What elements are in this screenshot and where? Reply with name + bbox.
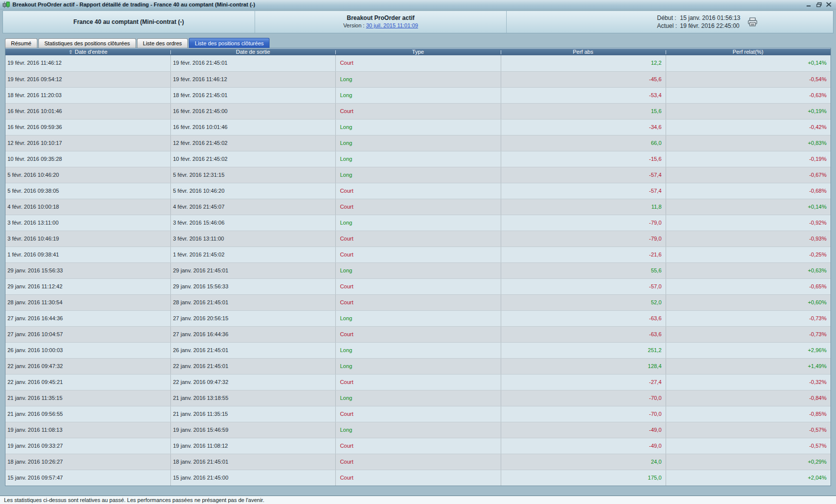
column-label: Date de sortie — [236, 49, 270, 55]
cell-perf-rel: +0,63% — [666, 263, 831, 278]
start-value: 15 janv. 2016 01:56:13 — [680, 14, 740, 22]
column-header-date-de-sortie[interactable]: Date de sortie — [170, 49, 335, 55]
table-row[interactable]: 18 févr. 2016 11:20:0318 févr. 2016 21:4… — [5, 87, 831, 103]
close-icon[interactable] — [826, 2, 832, 7]
table-row[interactable]: 3 févr. 2016 10:46:193 févr. 2016 13:11:… — [5, 231, 831, 247]
table-row[interactable]: 19 févr. 2016 11:46:1219 févr. 2016 21:4… — [5, 55, 831, 71]
cell-exit-date: 22 janv. 2016 09:47:32 — [170, 375, 335, 390]
table-row[interactable]: 22 janv. 2016 09:45:2122 janv. 2016 09:4… — [5, 374, 831, 390]
cell-type: Long — [335, 88, 500, 103]
table-row[interactable]: 16 févr. 2016 10:01:4616 févr. 2016 21:4… — [5, 103, 831, 119]
cell-entry-date: 27 janv. 2016 16:44:36 — [5, 311, 170, 326]
cell-perf-abs: -45,6 — [501, 72, 666, 87]
cell-exit-date: 27 janv. 2016 16:44:36 — [170, 327, 335, 342]
table-row[interactable]: 4 févr. 2016 10:00:184 févr. 2016 21:45:… — [5, 199, 831, 215]
cell-perf-rel: -0,63% — [666, 88, 831, 103]
start-label: Début : — [657, 14, 677, 22]
cell-perf-rel: -0,93% — [666, 231, 831, 247]
cell-exit-date: 3 févr. 2016 13:11:00 — [170, 231, 335, 247]
table-row[interactable]: 5 févr. 2016 10:46:205 févr. 2016 12:31:… — [5, 167, 831, 183]
cell-perf-abs: 52,0 — [501, 295, 666, 310]
column-header-perf-abs[interactable]: Perf abs — [501, 49, 666, 55]
cell-exit-date: 19 févr. 2016 11:46:12 — [170, 72, 335, 87]
cell-exit-date: 1 févr. 2016 21:45:02 — [170, 247, 335, 262]
table-row[interactable]: 29 janv. 2016 11:12:4229 janv. 2016 15:5… — [5, 278, 831, 294]
restore-icon[interactable] — [816, 2, 822, 7]
table-row[interactable]: 19 janv. 2016 09:33:2719 janv. 2016 11:0… — [5, 438, 831, 454]
cell-type: Long — [335, 120, 500, 135]
cell-exit-date: 5 févr. 2016 10:46:20 — [170, 183, 335, 199]
version-label: Version : — [343, 22, 365, 28]
table-row[interactable]: 3 févr. 2016 13:11:003 févr. 2016 15:46:… — [5, 215, 831, 231]
table-row[interactable]: 29 janv. 2016 15:56:3329 janv. 2016 21:4… — [5, 262, 831, 278]
cell-perf-rel: +0,60% — [666, 295, 831, 310]
tab-statistiques-des-positions-cloturees[interactable]: Statistiques des positions clôturées — [38, 38, 136, 48]
tab-resume[interactable]: Résumé — [5, 38, 37, 48]
table-row[interactable]: 5 févr. 2016 09:38:055 févr. 2016 10:46:… — [5, 183, 831, 199]
table-row[interactable]: 10 févr. 2016 09:35:2810 févr. 2016 21:4… — [5, 151, 831, 167]
table-row[interactable]: 16 févr. 2016 09:59:3616 févr. 2016 10:0… — [5, 119, 831, 135]
cell-perf-rel: -0,73% — [666, 327, 831, 342]
cell-perf-rel: +0,19% — [666, 104, 831, 119]
cell-type: Court — [335, 231, 500, 247]
cell-type: Court — [335, 104, 500, 119]
cell-perf-rel: -0,68% — [666, 183, 831, 199]
cell-perf-abs: 128,4 — [501, 359, 666, 374]
cell-type: Long — [335, 72, 500, 87]
cell-perf-abs: 15,6 — [501, 104, 666, 119]
table-row[interactable]: 28 janv. 2016 11:30:5428 janv. 2016 21:4… — [5, 294, 831, 310]
cell-entry-date: 16 févr. 2016 10:01:46 — [5, 104, 170, 119]
table-row[interactable]: 21 janv. 2016 11:35:1521 janv. 2016 13:1… — [5, 390, 831, 406]
cell-perf-rel: -0,92% — [666, 215, 831, 231]
cell-type: Long — [335, 215, 500, 231]
table-row[interactable]: 19 févr. 2016 09:54:1219 févr. 2016 11:4… — [5, 71, 831, 87]
cell-entry-date: 19 févr. 2016 09:54:12 — [5, 72, 170, 87]
table-row[interactable]: 1 févr. 2016 09:38:411 févr. 2016 21:45:… — [5, 247, 831, 262]
tab-liste-des-positions-cloturees[interactable]: Liste des positions clôturées — [189, 38, 270, 48]
cell-perf-abs: 175,0 — [501, 470, 666, 486]
table-row[interactable]: 19 janv. 2016 11:08:1319 janv. 2016 15:4… — [5, 422, 831, 438]
table-row[interactable]: 26 janv. 2016 10:00:0326 janv. 2016 21:4… — [5, 342, 831, 358]
cell-perf-abs: -49,0 — [501, 438, 666, 454]
table-header-row: ⇧Date d'entréeDate de sortieTypePerf abs… — [5, 48, 831, 55]
cell-perf-abs: -53,4 — [501, 88, 666, 103]
column-header-perf-relat[interactable]: Perf relat(%) — [666, 49, 831, 55]
cell-perf-rel: +0,29% — [666, 454, 831, 470]
table-row[interactable]: 27 janv. 2016 16:44:3627 janv. 2016 20:5… — [5, 310, 831, 326]
cell-exit-date: 19 janv. 2016 15:46:59 — [170, 422, 335, 438]
version-link[interactable]: 30 juil. 2015 11:01:09 — [366, 22, 418, 28]
candlestick-chart-icon — [2, 1, 10, 8]
tab-liste-des-ordres[interactable]: Liste des ordres — [137, 38, 188, 48]
table-row[interactable]: 15 janv. 2016 09:57:4715 janv. 2016 21:4… — [5, 470, 831, 486]
cell-perf-rel: +1,49% — [666, 359, 831, 374]
cell-perf-abs: 251,2 — [501, 343, 666, 358]
cell-perf-abs: -49,0 — [501, 422, 666, 438]
table-row[interactable]: 21 janv. 2016 09:56:5521 janv. 2016 11:3… — [5, 406, 831, 422]
cell-exit-date: 18 févr. 2016 21:45:01 — [170, 88, 335, 103]
cell-type: Long — [335, 167, 500, 183]
minimize-icon[interactable] — [806, 2, 812, 7]
table-row[interactable]: 12 févr. 2016 10:10:1712 févr. 2016 21:4… — [5, 135, 831, 151]
printer-icon[interactable] — [747, 17, 758, 27]
current-label: Actuel : — [657, 22, 677, 30]
table-row[interactable]: 18 janv. 2016 10:26:2718 janv. 2016 21:4… — [5, 454, 831, 470]
cell-type: Court — [335, 406, 500, 422]
cell-type: Long — [335, 263, 500, 278]
version-line: Version : 30 juil. 2015 11:01:09 — [343, 22, 418, 29]
column-header-date-d-entree[interactable]: ⇧Date d'entrée — [5, 49, 170, 55]
cell-type: Court — [335, 470, 500, 486]
cell-perf-rel: -0,84% — [666, 390, 831, 406]
cell-entry-date: 5 févr. 2016 10:46:20 — [5, 167, 170, 183]
cell-entry-date: 18 janv. 2016 10:26:27 — [5, 454, 170, 470]
table-row[interactable]: 27 janv. 2016 10:04:5727 janv. 2016 16:4… — [5, 326, 831, 342]
cell-entry-date: 26 janv. 2016 10:00:03 — [5, 343, 170, 358]
cell-entry-date: 12 févr. 2016 10:10:17 — [5, 135, 170, 151]
cell-type: Long — [335, 135, 500, 151]
period-panel: Début : 15 janv. 2016 01:56:13 Actuel : … — [506, 11, 833, 33]
table-row[interactable]: 22 janv. 2016 09:47:3222 janv. 2016 21:4… — [5, 358, 831, 374]
cell-entry-date: 29 janv. 2016 15:56:33 — [5, 263, 170, 278]
cell-exit-date: 4 févr. 2016 21:45:07 — [170, 199, 335, 215]
column-header-type[interactable]: Type — [335, 49, 500, 55]
cell-exit-date: 16 févr. 2016 10:01:46 — [170, 120, 335, 135]
cell-perf-abs: -15,6 — [501, 151, 666, 167]
